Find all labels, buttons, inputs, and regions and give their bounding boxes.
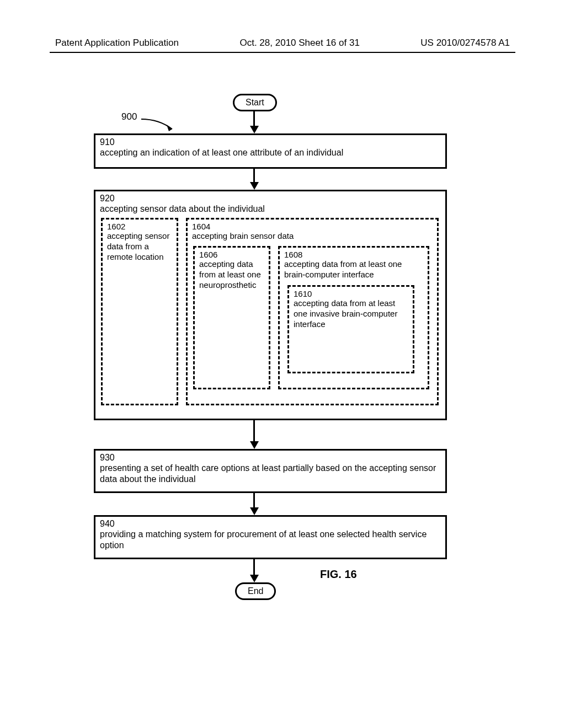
box-1608: 1608 accepting data from at least one br… — [278, 246, 429, 389]
ref-900-arrow — [137, 115, 181, 133]
box-1606-num: 1606 — [199, 250, 217, 259]
box-920-text: accepting sensor data about the individu… — [100, 204, 441, 215]
box-1606: 1606 accepting data from at least one ne… — [193, 246, 270, 389]
arrow-920-930 — [253, 420, 255, 442]
box-1602-num: 1602 — [107, 222, 125, 231]
start-terminator: Start — [233, 94, 277, 111]
box-1604-text: accepting brain sensor data — [192, 231, 433, 242]
arrow-910-920 — [253, 169, 255, 183]
box-1602: 1602 accepting sensor data from a remote… — [101, 218, 178, 405]
box-910: 910 accepting an indication of at least … — [94, 133, 447, 169]
end-label: End — [248, 586, 263, 596]
box-930: 930 presenting a set of health care opti… — [94, 449, 447, 493]
end-terminator: End — [235, 582, 276, 600]
box-1606-text: accepting data from at least one neuropr… — [199, 259, 264, 290]
box-940-text: providing a matching system for procurem… — [100, 529, 441, 551]
header-right: US 2010/0274578 A1 — [420, 38, 510, 49]
page: Patent Application Publication Oct. 28, … — [0, 0, 565, 728]
header-left: Patent Application Publication — [55, 38, 179, 49]
box-920: 920 accepting sensor data about the indi… — [94, 190, 447, 420]
box-910-num: 910 — [100, 137, 115, 147]
box-940-num: 940 — [100, 519, 115, 528]
box-940: 940 providing a matching system for proc… — [94, 515, 447, 559]
box-910-text: accepting an indication of at least one … — [100, 147, 441, 158]
arrow-930-940 — [253, 493, 255, 508]
box-1608-num: 1608 — [284, 250, 302, 259]
box-930-num: 930 — [100, 453, 115, 462]
start-label: Start — [246, 98, 264, 107]
arrowhead-940-end — [250, 575, 259, 582]
arrowhead-920-930 — [250, 441, 259, 449]
arrow-940-end — [253, 559, 255, 576]
box-930-text: presenting a set of health care options … — [100, 463, 441, 485]
header-rule — [50, 52, 515, 53]
box-1604: 1604 accepting brain sensor data 1606 ac… — [186, 218, 439, 405]
page-header: Patent Application Publication Oct. 28, … — [0, 38, 565, 49]
box-1608-text: accepting data from at least one brain-c… — [284, 259, 423, 280]
flowchart: Start 900 910 accepting an indication of… — [66, 94, 497, 645]
box-1610-text: accepting data from at least one invasiv… — [294, 298, 408, 329]
arrowhead-start-910 — [250, 126, 259, 133]
figure-label: FIG. 16 — [320, 568, 357, 581]
box-1610: 1610 accepting data from at least one in… — [287, 285, 414, 373]
header-mid: Oct. 28, 2010 Sheet 16 of 31 — [239, 38, 359, 49]
arrow-start-910 — [253, 111, 255, 127]
box-1610-num: 1610 — [294, 289, 312, 298]
arrowhead-910-920 — [250, 182, 259, 190]
box-1604-num: 1604 — [192, 222, 210, 231]
box-920-num: 920 — [100, 194, 115, 203]
arrowhead-930-940 — [250, 507, 259, 515]
box-1602-text: accepting sensor data from a remote loca… — [107, 231, 172, 262]
ref-900-label: 900 — [121, 111, 137, 122]
